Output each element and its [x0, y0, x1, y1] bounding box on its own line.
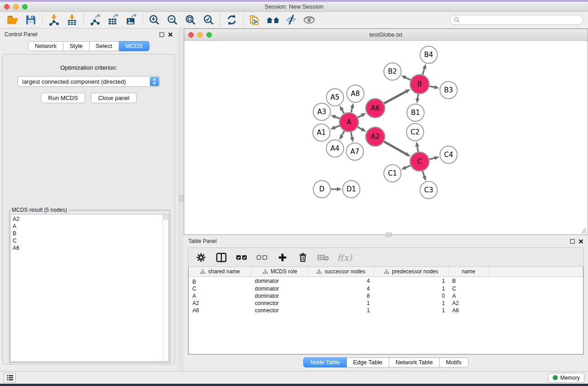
export-image-button[interactable] — [124, 14, 139, 26]
table-cell[interactable]: A2 — [189, 300, 251, 307]
criterion-dropdown[interactable]: largest connected component (directed) — [18, 76, 160, 87]
table-cell[interactable]: connector — [251, 300, 308, 307]
mcds-result-list[interactable]: A2ABCA6 — [10, 214, 169, 362]
graph-node-B2[interactable]: B2 — [384, 63, 401, 80]
table-cell[interactable]: 1 — [373, 276, 449, 285]
graph-node-C1[interactable]: C1 — [384, 165, 401, 182]
result-item[interactable]: A6 — [13, 244, 168, 252]
graph-node-A[interactable]: A — [339, 113, 359, 132]
edge-C-C2[interactable] — [417, 146, 418, 152]
unselect-all-columns-button[interactable] — [256, 251, 268, 264]
graph-node-A4[interactable]: A4 — [326, 140, 344, 157]
table-cell[interactable]: B — [189, 276, 251, 285]
tab-mcds[interactable]: MCDS — [119, 41, 149, 51]
result-scrollbar[interactable] — [163, 214, 168, 361]
graph-node-B4[interactable]: B4 — [420, 46, 437, 63]
graph-node-A8[interactable]: A8 — [347, 85, 364, 102]
edge-A-A3[interactable] — [335, 117, 339, 119]
select-all-columns-button[interactable] — [235, 251, 248, 264]
column-header-shared-name[interactable]: shared name — [189, 267, 251, 276]
result-item[interactable]: A2 — [13, 215, 168, 223]
zoom-fit-button[interactable] — [183, 14, 198, 26]
table-cell[interactable]: A — [189, 292, 251, 300]
duplicate-network-button[interactable] — [248, 14, 262, 26]
table-cell[interactable]: dominator — [251, 285, 308, 292]
toggle-column-view-button[interactable] — [215, 251, 228, 264]
edge-C-C4[interactable] — [429, 158, 435, 159]
canvas-vscroll-nub[interactable] — [179, 195, 183, 201]
export-table-button[interactable] — [106, 14, 120, 26]
save-session-button[interactable] — [24, 14, 38, 26]
table-cell[interactable]: dominator — [251, 276, 308, 285]
graph-node-A6[interactable]: A6 — [366, 99, 385, 118]
edge-A6-B[interactable] — [384, 91, 407, 103]
float-table-panel-icon[interactable] — [570, 239, 575, 244]
graph-node-A3[interactable]: A3 — [313, 103, 330, 120]
toggle-graphics-details-button[interactable] — [284, 14, 298, 26]
edge-A-A6[interactable] — [358, 115, 362, 118]
open-session-button[interactable] — [5, 14, 20, 26]
memory-button[interactable]: Memory — [548, 373, 584, 383]
edge-C-C3[interactable] — [423, 171, 425, 177]
graph-node-B[interactable]: B — [410, 75, 429, 94]
edge-B-B3[interactable] — [430, 86, 435, 87]
table-cell[interactable]: 1 — [373, 307, 449, 314]
table-cell[interactable]: 1 — [308, 300, 373, 307]
result-item[interactable]: B — [13, 230, 168, 237]
zoom-selected-button[interactable] — [201, 14, 216, 26]
edge-B-B2[interactable] — [405, 77, 411, 80]
delete-column-button[interactable] — [296, 251, 309, 264]
table-cell[interactable]: connector — [251, 307, 308, 314]
table-cell[interactable]: 1 — [308, 307, 373, 314]
graph-node-D[interactable]: D — [313, 181, 330, 198]
column-header-successor-nodes[interactable]: successor nodes — [308, 267, 373, 276]
table-row[interactable]: Adominator80A — [189, 292, 583, 300]
graph-node-A2[interactable]: A2 — [366, 127, 385, 146]
task-history-button[interactable] — [4, 373, 16, 383]
column-header-name[interactable]: name — [449, 267, 488, 276]
graph-node-A1[interactable]: A1 — [313, 124, 330, 141]
table-cell[interactable]: 1 — [373, 300, 449, 307]
edge-A-A2[interactable] — [358, 127, 363, 130]
edge-A-A5[interactable] — [342, 109, 344, 114]
network-window-titlebar[interactable]: testGlobe.txt — [184, 29, 588, 41]
close-table-panel-icon[interactable] — [578, 239, 583, 244]
homes-button[interactable] — [266, 14, 280, 26]
tab-network-table[interactable]: Network Table — [389, 357, 440, 367]
table-row[interactable]: A2connector11A2 — [189, 300, 583, 307]
import-table-button[interactable] — [65, 14, 79, 26]
table-row[interactable]: Bdominator41B — [189, 276, 583, 285]
edge-C-C1[interactable] — [405, 166, 411, 168]
edge-B-B1[interactable] — [417, 94, 418, 100]
tab-motifs[interactable]: Motifs — [440, 357, 468, 367]
table-cell[interactable]: C — [449, 285, 488, 292]
edge-A-A4[interactable] — [341, 131, 344, 136]
table-cell[interactable]: 4 — [308, 285, 373, 292]
edge-A-A7[interactable] — [351, 132, 352, 138]
close-panel-icon[interactable] — [168, 32, 173, 37]
edge-A-A8[interactable] — [351, 107, 353, 112]
table-settings-button[interactable] — [195, 251, 207, 264]
table-row[interactable]: Cdominator41C — [189, 285, 583, 292]
graph-node-B1[interactable]: B1 — [407, 104, 424, 121]
app-titlebar[interactable]: Session: New Session — [0, 2, 588, 12]
resize-grip-icon[interactable] — [579, 226, 587, 234]
tab-node-table[interactable]: Node Table — [303, 357, 347, 367]
table-cell[interactable]: dominator — [251, 292, 308, 300]
create-column-button[interactable] — [276, 251, 289, 264]
column-header-predecessor-nodes[interactable]: predecessor nodes — [373, 267, 449, 276]
delete-table-button[interactable] — [317, 251, 330, 264]
zoom-in-button[interactable] — [147, 14, 162, 26]
edge-A2-C[interactable] — [384, 142, 407, 155]
canvas-hscroll-nub[interactable] — [386, 233, 392, 237]
result-item[interactable]: C — [13, 237, 168, 244]
run-mcds-button[interactable]: Run MCDS — [41, 93, 85, 103]
table-cell[interactable]: 1 — [373, 285, 449, 292]
refresh-layout-button[interactable] — [225, 14, 239, 26]
table-cell[interactable]: B — [449, 276, 488, 285]
export-network-button[interactable] — [88, 14, 102, 26]
graph-node-A7[interactable]: A7 — [346, 143, 363, 160]
graph-node-C4[interactable]: C4 — [440, 146, 457, 163]
tab-network[interactable]: Network — [28, 41, 63, 51]
search-input[interactable] — [463, 17, 579, 23]
